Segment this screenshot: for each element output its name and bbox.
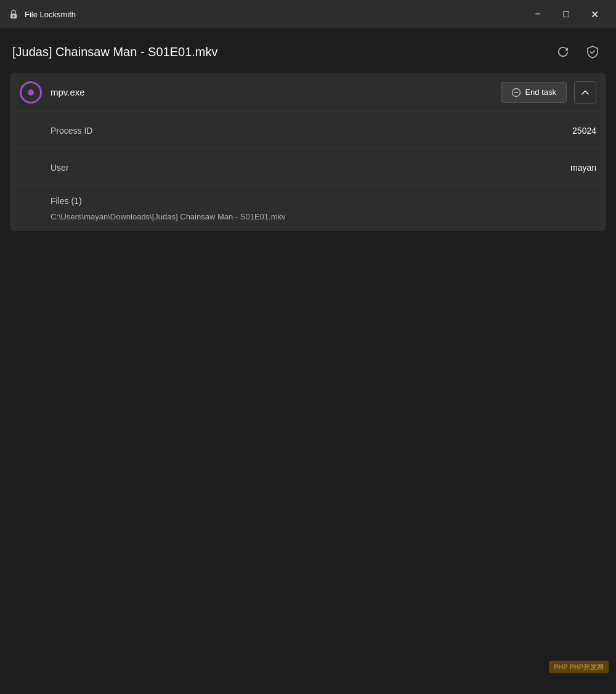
files-row: Files (1) C:\Users\mayan\Downloads\[Juda… xyxy=(10,186,606,231)
shield-icon xyxy=(586,45,599,59)
app-title: File Locksmith xyxy=(25,10,524,19)
user-label: User xyxy=(51,163,570,173)
svg-point-1 xyxy=(13,15,15,17)
refresh-button[interactable] xyxy=(552,41,574,63)
process-header-row: mpv.exe End task xyxy=(10,73,606,112)
file-path: C:\Users\mayan\Downloads\[Judas] Chainsa… xyxy=(51,212,596,221)
process-id-label: Process ID xyxy=(51,126,572,136)
window-controls: − □ ✕ xyxy=(524,0,609,28)
collapse-button[interactable] xyxy=(574,81,596,104)
close-button[interactable]: ✕ xyxy=(580,0,609,28)
user-value: mayan xyxy=(570,163,596,173)
header-actions xyxy=(552,41,604,63)
process-card: mpv.exe End task Process ID 25024 User xyxy=(10,73,606,231)
watermark-badge: PHP PHP开发网 xyxy=(549,661,609,673)
chevron-up-icon xyxy=(581,88,590,97)
watermark: PHP PHP开发网 xyxy=(549,661,609,672)
file-title: [Judas] Chainsaw Man - S01E01.mkv xyxy=(12,45,218,59)
app-icon xyxy=(7,8,20,20)
end-task-label: End task xyxy=(525,88,556,97)
end-task-icon xyxy=(511,88,521,97)
process-icon xyxy=(20,81,42,104)
shield-button[interactable] xyxy=(582,41,604,63)
process-id-row: Process ID 25024 xyxy=(10,112,606,149)
process-name: mpv.exe xyxy=(51,87,501,97)
title-bar: File Locksmith − □ ✕ xyxy=(0,0,616,28)
user-row: User mayan xyxy=(10,149,606,186)
maximize-button[interactable]: □ xyxy=(552,0,580,28)
end-task-button[interactable]: End task xyxy=(501,82,567,103)
file-header: [Judas] Chainsaw Man - S01E01.mkv xyxy=(10,41,606,63)
refresh-icon xyxy=(557,46,569,58)
files-label: Files (1) xyxy=(51,196,596,206)
process-id-value: 25024 xyxy=(572,126,596,136)
main-content: [Judas] Chainsaw Man - S01E01.mkv mpv.ex… xyxy=(0,28,616,243)
watermark-text: PHP开发网 xyxy=(569,663,604,671)
minimize-button[interactable]: − xyxy=(524,0,552,28)
